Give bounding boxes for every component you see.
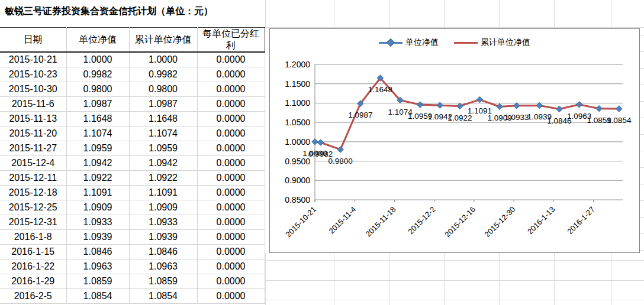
table-cell[interactable]: 1.0987 (129, 97, 197, 112)
table-cell[interactable]: 1.1091 (129, 186, 197, 200)
table-cell[interactable]: 0.0000 (197, 215, 265, 230)
table-cell[interactable]: 1.0959 (129, 141, 197, 156)
table-cell[interactable]: 2016-1-15 (0, 245, 66, 259)
table-cell[interactable]: 1.1648 (129, 112, 197, 126)
table-cell[interactable]: 2015-12-4 (0, 156, 66, 171)
table-row: 2015-10-211.00001.00000.0000 (0, 52, 265, 67)
table-cell[interactable]: 0.0000 (197, 245, 265, 259)
nav-table: 日期单位净值累计单位净值每单位已分红利 2015-10-211.00001.00… (0, 27, 265, 304)
table-cell[interactable]: 0.0000 (197, 289, 265, 304)
x-tick-label: 2016-1-27 (565, 205, 597, 236)
data-point-marker (417, 102, 423, 108)
sheet-gridline (554, 0, 555, 27)
legend-line-icon (454, 42, 478, 44)
legend-item-cumulative-nav: 累计单位净值 (454, 37, 530, 48)
table-row: 2015-10-300.98000.98000.0000 (0, 82, 265, 97)
sheet-gridline (389, 0, 389, 27)
table-cell[interactable]: 1.0963 (129, 259, 197, 274)
table-cell[interactable]: 0.0000 (197, 230, 265, 245)
table-cell[interactable]: 1.0000 (129, 52, 197, 67)
table-cell[interactable]: 0.0000 (197, 67, 265, 82)
table-cell[interactable]: 1.1648 (66, 112, 129, 126)
table-cell[interactable]: 0.9982 (129, 67, 197, 82)
table-cell[interactable]: 0.0000 (197, 126, 265, 141)
table-cell[interactable]: 1.0854 (129, 289, 197, 304)
table-cell[interactable]: 1.1074 (66, 126, 129, 141)
table-cell[interactable]: 0.0000 (197, 259, 265, 274)
data-point-marker (556, 106, 562, 112)
x-tick-label: 2015-11-4 (327, 205, 358, 236)
column-header: 单位净值 (66, 28, 129, 53)
sheet-gridline (444, 0, 445, 27)
table-cell[interactable]: 1.0922 (129, 171, 197, 186)
table-cell[interactable]: 2015-12-11 (0, 171, 66, 186)
table-cell[interactable]: 2015-10-30 (0, 82, 66, 97)
table-header-row: 日期单位净值累计单位净值每单位已分红利 (0, 28, 265, 53)
sheet-gridline (640, 51, 644, 52)
table-row: 2015-12-311.09331.09330.0000 (0, 215, 265, 230)
table-cell[interactable]: 1.0909 (129, 200, 197, 215)
sheet-gridline (334, 253, 334, 305)
data-point-marker (576, 102, 582, 108)
sheet-gridline (640, 101, 644, 102)
column-header: 日期 (0, 28, 66, 53)
table-cell[interactable]: 2015-12-25 (0, 200, 66, 215)
table-cell[interactable]: 2016-1-29 (0, 274, 66, 289)
table-cell[interactable]: 2015-11-27 (0, 141, 66, 156)
table-cell[interactable]: 2015-10-23 (0, 67, 66, 82)
table-cell[interactable]: 0.0000 (197, 186, 265, 200)
table-cell[interactable]: 0.0000 (197, 112, 265, 126)
table-row: 2016-1-151.08461.08460.0000 (0, 245, 265, 259)
table-cell[interactable]: 1.0987 (66, 97, 129, 112)
table-cell[interactable]: 0.0000 (197, 274, 265, 289)
data-label: 1.0933 (504, 113, 529, 122)
table-cell[interactable]: 1.0933 (129, 215, 197, 230)
table-cell[interactable]: 2015-12-18 (0, 186, 66, 200)
table-cell[interactable]: 1.0959 (66, 141, 129, 156)
table-cell[interactable]: 2015-10-21 (0, 52, 66, 67)
x-tick-label: 2015-10-21 (284, 205, 318, 239)
table-cell[interactable]: 1.0846 (66, 245, 129, 259)
data-label: 1.0854 (607, 116, 632, 125)
table-row: 2015-11-61.09871.09870.0000 (0, 97, 265, 112)
sheet-gridline (611, 0, 611, 27)
table-cell[interactable]: 2015-12-31 (0, 215, 66, 230)
chart-area[interactable]: 单位净值 累计单位净值 0.85000.90000.95001.00001.05… (269, 28, 640, 253)
table-cell[interactable]: 0.0000 (197, 141, 265, 156)
table-cell[interactable]: 2016-1-22 (0, 259, 66, 274)
table-cell[interactable]: 2015-11-6 (0, 97, 66, 112)
table-cell[interactable]: 0.0000 (197, 171, 265, 186)
table-cell[interactable]: 0.9982 (66, 67, 129, 82)
table-cell[interactable]: 1.0859 (129, 274, 197, 289)
table-cell[interactable]: 0.0000 (197, 156, 265, 171)
table-cell[interactable]: 0.9800 (66, 82, 129, 97)
table-cell[interactable]: 2016-2-5 (0, 289, 66, 304)
sheet-gridline (640, 184, 644, 184)
table-cell[interactable]: 1.0909 (66, 200, 129, 215)
table-cell[interactable]: 1.0933 (66, 215, 129, 230)
table-cell[interactable]: 2015-11-13 (0, 112, 66, 126)
table-cell[interactable]: 0.0000 (197, 200, 265, 215)
table-cell[interactable]: 1.0939 (129, 230, 197, 245)
table-cell[interactable]: 1.0963 (66, 259, 129, 274)
table-cell[interactable]: 0.0000 (197, 82, 265, 97)
table-cell[interactable]: 1.0859 (66, 274, 129, 289)
table-cell[interactable]: 1.1074 (129, 126, 197, 141)
table-cell[interactable]: 0.0000 (197, 97, 265, 112)
table-cell[interactable]: 2015-11-20 (0, 126, 66, 141)
table-cell[interactable]: 1.0846 (129, 245, 197, 259)
data-point-marker (497, 103, 503, 109)
table-cell[interactable]: 1.0942 (129, 156, 197, 171)
table-cell[interactable]: 1.1091 (66, 186, 129, 200)
sheet-gridline (640, 134, 644, 135)
table-cell[interactable]: 0.0000 (197, 52, 265, 67)
x-tick-label: 2015-12-2 (406, 205, 437, 236)
table-cell[interactable]: 1.0942 (66, 156, 129, 171)
table-cell[interactable]: 1.0939 (66, 230, 129, 245)
table-cell[interactable]: 1.0854 (66, 289, 129, 304)
table-cell[interactable]: 1.0922 (66, 171, 129, 186)
table-row: 2015-10-230.99820.99820.0000 (0, 67, 265, 82)
table-cell[interactable]: 1.0000 (66, 52, 129, 67)
table-cell[interactable]: 0.9800 (129, 82, 197, 97)
table-cell[interactable]: 2016-1-8 (0, 230, 66, 245)
